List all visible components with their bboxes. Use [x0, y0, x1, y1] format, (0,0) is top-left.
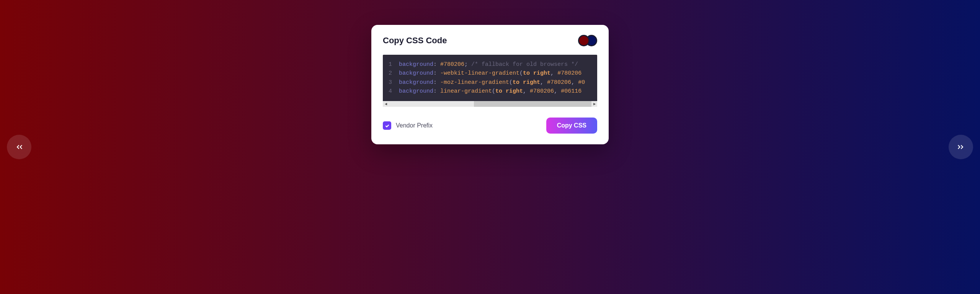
check-icon: [385, 123, 390, 128]
scroll-left-arrow[interactable]: ◀: [383, 101, 389, 107]
scroll-track[interactable]: [389, 101, 591, 107]
css-code-block[interactable]: 1 background: #780206; /* fallback for o…: [383, 55, 597, 101]
vendor-prefix-label: Vendor Prefix: [396, 122, 433, 129]
code-content: background: -moz-linear-gradient(to righ…: [399, 78, 585, 87]
scroll-right-arrow[interactable]: ▶: [591, 101, 597, 107]
vendor-prefix-checkbox-wrap[interactable]: Vendor Prefix: [383, 121, 433, 130]
chevron-double-right-icon: [956, 142, 966, 152]
copy-css-button[interactable]: Copy CSS: [546, 118, 597, 134]
code-content: background: #780206; /* fallback for old…: [399, 60, 578, 69]
line-number: 3: [387, 78, 399, 87]
horizontal-scrollbar[interactable]: ◀ ▶: [383, 101, 597, 107]
line-number: 1: [387, 60, 399, 69]
line-number: 4: [387, 87, 399, 96]
code-line: 4 background: linear-gradient(to right, …: [387, 87, 593, 96]
card-header: Copy CSS Code: [383, 35, 597, 46]
code-content: background: -webkit-linear-gradient(to r…: [399, 69, 581, 78]
next-gradient-button[interactable]: [949, 135, 973, 159]
code-line: 1 background: #780206; /* fallback for o…: [387, 60, 593, 69]
gradient-color-swatches: [578, 35, 597, 46]
line-number: 2: [387, 69, 399, 78]
scroll-thumb[interactable]: [389, 101, 474, 107]
prev-gradient-button[interactable]: [7, 135, 31, 159]
color-swatch-1: [578, 35, 590, 46]
code-content: background: linear-gradient(to right, #7…: [399, 87, 581, 96]
copy-css-card: Copy CSS Code 1 background: #780206; /* …: [371, 25, 609, 144]
chevron-double-left-icon: [14, 142, 24, 152]
card-footer: Vendor Prefix Copy CSS: [383, 118, 597, 134]
code-line: 2 background: -webkit-linear-gradient(to…: [387, 69, 593, 78]
code-line: 3 background: -moz-linear-gradient(to ri…: [387, 78, 593, 87]
card-title: Copy CSS Code: [383, 36, 447, 46]
vendor-prefix-checkbox[interactable]: [383, 121, 391, 130]
